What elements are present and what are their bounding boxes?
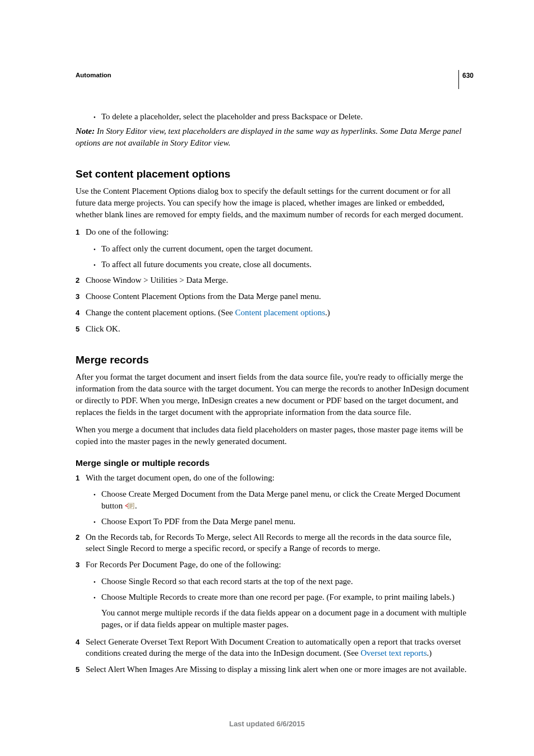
bullet-icon [93,591,101,603]
step-text: Do one of the following: [86,226,472,237]
step-item: 5 Select Alert When Images Are Missing t… [76,664,472,675]
step-item: 2 Choose Window > Utilities > Data Merge… [76,274,472,286]
running-head: Automation [76,72,472,78]
page-number-box: 630 [458,70,474,89]
section-heading: Set content placement options [76,168,472,180]
step-item: 2 On the Records tab, for Records To Mer… [76,531,472,554]
set-content-placement-section: Set content placement options Use the Co… [76,168,472,334]
bullet-icon [93,243,101,255]
list-item: To delete a placeholder, select the plac… [93,111,472,122]
step-item: 1 Do one of the following: [76,226,472,237]
bullet-text: Choose Export To PDF from the Data Merge… [101,516,296,528]
bullet-text: Choose Single Record so that each record… [101,576,353,587]
step-text: Change the content placement options. (S… [86,307,472,318]
step-item: 3 Choose Content Placement Options from … [76,291,472,302]
overset-text-reports-link[interactable]: Overset text reports [360,648,427,657]
step-item: 1 With the target document open, do one … [76,472,472,483]
step-number: 3 [76,560,86,571]
bullet-icon [93,576,101,587]
list-item: Choose Export To PDF from the Data Merge… [93,516,472,528]
content-placement-options-link[interactable]: Content placement options [235,308,325,317]
list-item: To affect all future documents you creat… [93,259,472,270]
step-number: 3 [76,292,86,303]
step-number: 2 [76,533,86,556]
svg-rect-4 [129,507,132,508]
bullet-icon [93,488,101,512]
intro-section: To delete a placeholder, select the plac… [76,111,472,149]
note-paragraph: Note: In Story Editor view, text placeho… [76,125,472,149]
svg-marker-5 [125,504,128,507]
bullet-icon [93,259,101,270]
step-note: You cannot merge multiple records if the… [101,607,472,631]
step-text: Select Generate Overset Text Report With… [86,636,472,659]
step-text: With the target document open, do one of… [86,472,472,483]
step-number: 5 [76,665,86,676]
step-item: 5 Click OK. [76,323,472,334]
note-label: Note: [76,127,97,136]
step-item: 4 Change the content placement options. … [76,307,472,318]
bullet-text: Choose Create Merged Document from the D… [101,488,472,512]
section-heading: Merge records [76,354,472,366]
bullet-text: To affect only the current document, ope… [101,243,313,255]
step-number: 4 [76,308,86,319]
create-merged-document-icon [125,501,135,507]
section-intro: Use the Content Placement Options dialog… [76,185,472,221]
page-footer: Last updated 6/6/2015 [0,720,534,728]
step-text: Select Alert When Images Are Missing to … [86,664,472,675]
list-item: Choose Create Merged Document from the D… [93,488,472,512]
step-text: On the Records tab, for Records To Merge… [86,531,472,554]
bullet-text: Choose Multiple Records to create more t… [101,591,455,603]
step-number: 4 [76,637,86,660]
bullet-icon [93,516,101,528]
section-paragraph: When you merge a document that includes … [76,424,472,447]
svg-rect-3 [129,506,133,507]
section-paragraph: After you format the target document and… [76,371,472,418]
step-text: Choose Window > Utilities > Data Merge. [86,274,472,286]
list-item: To affect only the current document, ope… [93,243,472,255]
svg-rect-0 [128,503,134,509]
bullet-icon [93,111,101,122]
step-item: 4 Select Generate Overset Text Report Wi… [76,636,472,659]
page-number: 630 [462,72,474,80]
list-item: Choose Single Record so that each record… [93,576,472,587]
list-item: Choose Multiple Records to create more t… [93,591,472,603]
svg-rect-2 [129,505,133,506]
step-text: For Records Per Document Page, do one of… [86,559,472,570]
step-text: Choose Content Placement Options from th… [86,291,472,302]
subsection-heading: Merge single or multiple records [76,458,472,468]
note-text: In Story Editor view, text placeholders … [76,127,461,147]
svg-rect-1 [129,504,133,505]
merge-records-section: Merge records After you format the targe… [76,354,472,675]
bullet-text: To delete a placeholder, select the plac… [101,111,363,122]
bullet-text: To affect all future documents you creat… [101,259,312,270]
step-number: 1 [76,227,86,239]
step-number: 2 [76,276,86,287]
step-text: Click OK. [86,323,472,334]
step-number: 5 [76,324,86,335]
step-item: 3 For Records Per Document Page, do one … [76,559,472,570]
step-number: 1 [76,473,86,484]
